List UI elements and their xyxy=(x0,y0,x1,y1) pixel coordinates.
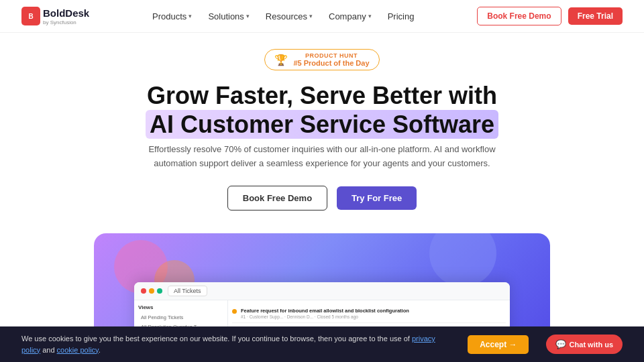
chevron-down-icon: ▾ xyxy=(309,13,313,19)
dot-red xyxy=(141,288,146,294)
ticket-row-1[interactable]: Feature request for inbound email allowl… xyxy=(232,304,506,323)
product-hunt-badge: 🏆 PRODUCT HUNT #5 Product of the Day xyxy=(264,49,379,70)
nav-links: Products ▾ Solutions ▾ Resources ▾ Compa… xyxy=(152,11,414,21)
logo-icon: B xyxy=(21,7,40,25)
mock-tab-label[interactable]: All Tickets xyxy=(168,286,207,296)
ticket-title-1: Feature request for inbound email allowl… xyxy=(241,308,506,314)
hero-title-line2: AI Customer Service Software xyxy=(146,110,498,139)
cookie-banner: We use cookies to give you the best expe… xyxy=(0,326,644,362)
dot-green xyxy=(157,288,162,294)
hero-title: Grow Faster, Serve Better with AI Custom… xyxy=(21,81,623,139)
mock-sidebar-title: Views xyxy=(138,304,223,310)
logo: B BoldDesk by Syncfusion xyxy=(21,7,89,25)
product-hunt-label: PRODUCT HUNT xyxy=(293,52,369,59)
accept-button[interactable]: Accept → xyxy=(468,335,529,354)
cookie-text: We use cookies to give you the best expe… xyxy=(21,333,451,355)
logo-text-block: BoldDesk by Syncfusion xyxy=(43,7,89,25)
ticket-status-dot-1 xyxy=(232,309,237,314)
bokeh-3 xyxy=(429,233,496,287)
mock-topbar: All Tickets xyxy=(134,282,510,300)
dot-yellow xyxy=(149,288,154,294)
nav-actions: Book Free Demo Free Trial xyxy=(477,7,623,25)
cookie-policy-link[interactable]: cookie policy xyxy=(57,346,99,354)
navbar: B BoldDesk by Syncfusion Products ▾ Solu… xyxy=(0,0,644,33)
hero-subtitle: Effortlessly resolve 70% of customer inq… xyxy=(134,143,510,171)
nav-products[interactable]: Products ▾ xyxy=(152,11,192,21)
hero-title-line1: Grow Faster, Serve Better with xyxy=(147,82,497,109)
chat-button[interactable]: 💬 Chat with us xyxy=(546,335,623,354)
chevron-down-icon: ▾ xyxy=(368,13,372,19)
brand-sub: by Syncfusion xyxy=(43,19,89,25)
product-hunt-icon: 🏆 xyxy=(274,54,288,66)
hero-section: 🏆 PRODUCT HUNT #5 Product of the Day Gro… xyxy=(0,33,644,221)
product-hunt-rank: #5 Product of the Day xyxy=(293,59,369,67)
brand-name: BoldDesk xyxy=(43,7,89,19)
chat-label: Chat with us xyxy=(570,341,613,349)
nav-resources[interactable]: Resources ▾ xyxy=(266,11,313,21)
chevron-down-icon: ▾ xyxy=(189,13,192,19)
hero-buttons: Book Free Demo Try For Free xyxy=(21,186,623,210)
chevron-down-icon: ▾ xyxy=(246,13,250,19)
chat-icon: 💬 xyxy=(555,339,566,349)
ticket-meta-1: #1 · Customer Supp... · Dennison D... · … xyxy=(241,314,506,319)
nav-company[interactable]: Company ▾ xyxy=(329,11,372,21)
nav-pricing[interactable]: Pricing xyxy=(388,11,415,21)
window-dots xyxy=(141,288,162,294)
sidebar-item-1[interactable]: All Pending Tickets xyxy=(138,313,223,322)
free-trial-button[interactable]: Free Trial xyxy=(568,7,623,25)
hero-book-demo-button[interactable]: Book Free Demo xyxy=(227,186,327,210)
book-demo-button[interactable]: Book Free Demo xyxy=(477,7,561,25)
hero-try-free-button[interactable]: Try For Free xyxy=(337,186,417,210)
ticket-info-1: Feature request for inbound email allowl… xyxy=(241,308,506,319)
nav-solutions[interactable]: Solutions ▾ xyxy=(208,11,249,21)
product-hunt-info: PRODUCT HUNT #5 Product of the Day xyxy=(293,52,369,67)
